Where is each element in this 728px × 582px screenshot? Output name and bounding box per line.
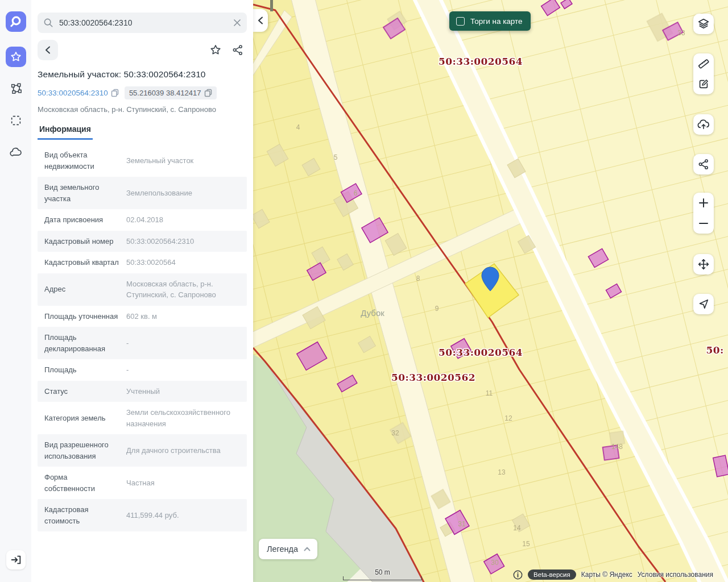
svg-text:33: 33 xyxy=(677,29,685,37)
app-logo-icon xyxy=(9,14,23,29)
polygon-vertices-icon xyxy=(10,82,22,95)
checkbox-icon[interactable] xyxy=(456,17,465,26)
search-icon xyxy=(43,18,53,28)
chevron-up-icon xyxy=(304,547,311,551)
table-row: Кадастровая стоимость411,599.44 руб. xyxy=(38,499,247,531)
svg-text:11: 11 xyxy=(486,389,493,397)
svg-text:12: 12 xyxy=(504,414,512,422)
cadastral-number-text: 50:33:0020564:2310 xyxy=(38,89,108,97)
edit-button[interactable] xyxy=(693,74,714,94)
place-label: Дубок xyxy=(361,308,384,318)
svg-text:32: 32 xyxy=(391,429,399,437)
table-row: Форма собственностиЧастная xyxy=(38,467,247,499)
plus-icon xyxy=(698,198,709,208)
object-header-row xyxy=(38,40,247,60)
legend-button[interactable]: Легенда xyxy=(259,539,317,559)
table-row: Площадь- xyxy=(38,359,247,381)
svg-text:5: 5 xyxy=(334,153,338,161)
chevron-left-icon xyxy=(45,46,51,54)
trades-on-map-toggle[interactable]: Торги на карте xyxy=(449,11,531,31)
copy-icon[interactable] xyxy=(204,89,212,97)
cadastral-number-link[interactable]: 50:33:0020564:2310 xyxy=(38,89,119,97)
svg-text:50:: 50: xyxy=(706,344,723,356)
exit-arrow-icon xyxy=(10,554,22,566)
svg-text:30: 30 xyxy=(491,559,499,567)
favorite-star-button[interactable] xyxy=(209,44,222,56)
object-address: Московская область, р-н. Ступинский, с. … xyxy=(38,105,247,114)
svg-text:31: 31 xyxy=(458,520,466,528)
dashed-select-icon xyxy=(10,114,22,127)
object-title: Земельный участок: 50:33:0020564:2310 xyxy=(38,69,247,80)
sidebar-item-favorites[interactable] xyxy=(6,47,26,67)
table-row: Дата присвоения02.04.2018 xyxy=(38,209,247,231)
tab-information[interactable]: Информация xyxy=(38,124,93,140)
search-bar[interactable] xyxy=(38,13,247,33)
chevron-left-icon xyxy=(258,16,263,24)
coordinates-chip[interactable]: 55.216039 38.412417 xyxy=(125,86,217,99)
table-row: Вид разрешенного использованияДля дачног… xyxy=(38,434,247,467)
scale-label: 50 m xyxy=(343,568,422,576)
svg-text:9: 9 xyxy=(435,305,439,313)
svg-text:15: 15 xyxy=(522,540,530,548)
table-row: АдресМосковская область, р-н. Ступинский… xyxy=(38,273,247,306)
zoom-group xyxy=(693,193,714,234)
move-icon xyxy=(697,258,710,271)
table-row: СтатусУчтенный xyxy=(38,381,247,402)
scale-line xyxy=(343,576,422,580)
copy-icon[interactable] xyxy=(111,89,119,97)
copyright-text[interactable]: Карты © Яндекс xyxy=(581,571,632,579)
share-icon xyxy=(698,159,709,170)
star-icon xyxy=(10,51,22,63)
table-row: Вид объекта недвижимостиЗемельный участо… xyxy=(38,144,247,177)
svg-text:6: 6 xyxy=(354,189,358,197)
panel-collapse-button[interactable] xyxy=(253,9,268,32)
object-chips: 50:33:0020564:2310 55.216039 38.412417 xyxy=(38,86,247,99)
table-row: Кадастровый квартал50:33:0020564 xyxy=(38,252,247,273)
search-input[interactable] xyxy=(58,18,233,28)
map-pole xyxy=(270,0,273,11)
layers-button[interactable] xyxy=(693,14,714,34)
minus-icon xyxy=(698,218,709,228)
svg-text:13: 13 xyxy=(498,468,506,476)
svg-text:50:33:0020562: 50:33:0020562 xyxy=(391,372,475,383)
svg-text:50:33:0020564: 50:33:0020564 xyxy=(439,56,523,67)
pan-mode-button[interactable] xyxy=(693,254,714,275)
my-location-button[interactable] xyxy=(693,294,714,314)
ruler-icon xyxy=(697,57,710,70)
table-row: Площадь уточненная602 кв. м xyxy=(38,306,247,327)
beta-badge: Beta-версия xyxy=(528,569,576,580)
table-row: Кадастровый номер50:33:0020564:2310 xyxy=(38,231,247,252)
map-canvas[interactable]: 45689111213141530313214833 Дубок 50:33:0… xyxy=(253,0,728,582)
upload-button[interactable] xyxy=(693,114,714,135)
login-button[interactable] xyxy=(6,550,26,569)
ruler-button[interactable] xyxy=(693,53,714,74)
svg-text:4: 4 xyxy=(296,123,300,131)
clear-search-icon[interactable] xyxy=(233,19,241,27)
layers-icon xyxy=(697,18,710,30)
edit-icon xyxy=(697,78,710,90)
zoom-out-button[interactable] xyxy=(693,213,714,234)
cloud-upload-icon xyxy=(697,118,710,131)
sidebar-item-cloud[interactable] xyxy=(6,142,26,163)
cloud-icon xyxy=(9,147,23,158)
table-row: Площадь декларированная- xyxy=(38,327,247,359)
back-button[interactable] xyxy=(38,40,58,60)
app-rail xyxy=(0,0,31,582)
svg-text:14: 14 xyxy=(513,524,521,532)
app-logo[interactable] xyxy=(6,11,26,32)
table-row: Вид земельного участкаЗемлепользование xyxy=(38,177,247,209)
sidebar-item-area-select[interactable] xyxy=(6,110,26,131)
share-object-button[interactable] xyxy=(232,44,243,56)
terms-link[interactable]: Условия использования xyxy=(638,571,713,579)
info-icon[interactable] xyxy=(513,570,523,580)
navigate-arrow-icon xyxy=(698,298,709,310)
svg-text:50:33:0020564: 50:33:0020564 xyxy=(439,347,523,358)
cadastral-map[interactable]: 45689111213141530313214833 Дубок 50:33:0… xyxy=(253,0,728,582)
share-map-button[interactable] xyxy=(693,154,714,174)
info-table: Вид объекта недвижимостиЗемельный участо… xyxy=(38,144,247,531)
zoom-in-button[interactable] xyxy=(693,193,714,213)
svg-text:8: 8 xyxy=(416,275,420,282)
sidebar-item-vertex-edit[interactable] xyxy=(6,78,26,99)
tabs: Информация xyxy=(38,124,247,140)
details-panel: Земельный участок: 50:33:0020564:2310 50… xyxy=(31,0,253,582)
